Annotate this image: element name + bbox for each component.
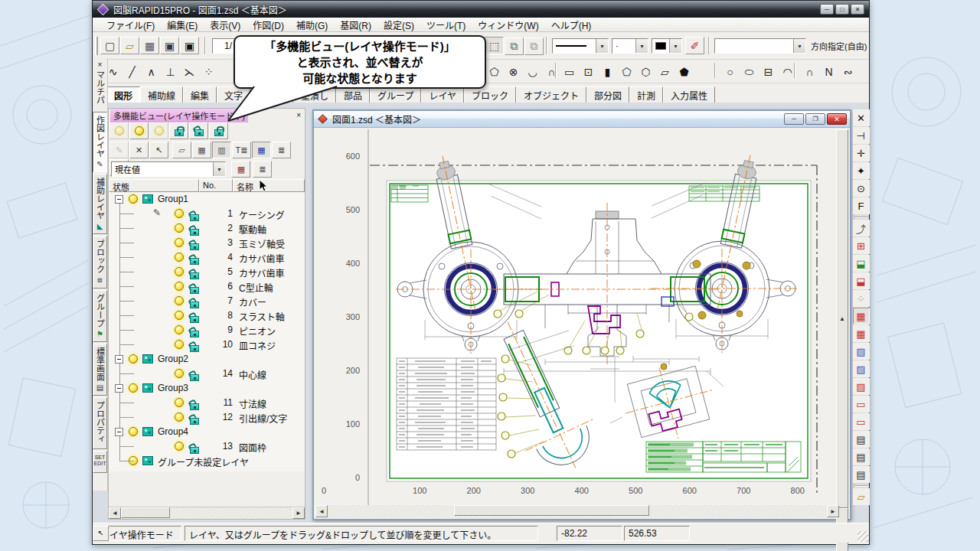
draw-tool-button[interactable]: ⬠ bbox=[485, 63, 504, 80]
layer-unlocked-icon[interactable] bbox=[190, 302, 199, 308]
tree-expander-icon[interactable] bbox=[115, 428, 123, 436]
layer-visible-bulb-icon[interactable] bbox=[175, 267, 184, 276]
draw-tool-button[interactable]: ∩ bbox=[800, 63, 819, 80]
layer-visible-bulb-icon[interactable] bbox=[175, 369, 184, 378]
layer-unlocked-icon[interactable] bbox=[190, 418, 199, 425]
layer-view-button[interactable]: T≣ bbox=[232, 142, 251, 158]
layer-view-button[interactable]: ▦ bbox=[252, 142, 271, 158]
palette-side-tab[interactable]: 作図レイヤ✎ bbox=[93, 112, 107, 172]
layer-tree-row[interactable]: ✎ 13 図面枠 bbox=[109, 439, 305, 454]
snap-tool-button[interactable]: ✛ bbox=[853, 145, 870, 161]
layer-visible-bulb-icon[interactable] bbox=[129, 427, 138, 436]
drawing-vertical-scrollbar[interactable]: ▲ ▼ bbox=[836, 129, 848, 508]
line-color-select[interactable]: ▼ bbox=[652, 38, 682, 54]
layer-visible-bulb-icon[interactable] bbox=[175, 282, 184, 291]
snap-tool-button[interactable]: ▱ bbox=[853, 488, 870, 505]
snap-tool-button[interactable]: ▨ bbox=[853, 343, 870, 360]
draw-tool-button[interactable]: ⬠ bbox=[617, 63, 636, 80]
category-tab[interactable]: 部分図 bbox=[586, 86, 629, 103]
layer-visible-bulb-icon[interactable] bbox=[175, 223, 184, 233]
layer-visible-bulb-icon[interactable] bbox=[175, 340, 184, 349]
layer-visible-bulb-icon[interactable] bbox=[129, 354, 138, 364]
layer-unlocked-icon[interactable] bbox=[190, 243, 199, 250]
scroll-right-button[interactable]: ► bbox=[292, 507, 305, 519]
snap-tool-button[interactable]: ⁘ bbox=[853, 290, 870, 307]
window-control-button[interactable]: ─ bbox=[820, 4, 834, 15]
draw-tool-button[interactable]: ⊡ bbox=[579, 63, 598, 80]
menu-item[interactable]: 作図(D) bbox=[247, 18, 290, 32]
layer-visible-bulb-icon[interactable] bbox=[175, 412, 184, 422]
layer-visible-bulb-icon[interactable] bbox=[175, 325, 184, 334]
toolbar-button[interactable]: ⧉ bbox=[524, 37, 544, 55]
scroll-right-button[interactable]: ► bbox=[827, 505, 839, 517]
layer-tree-row[interactable]: ✎ 2 駆動軸 bbox=[109, 221, 305, 236]
snap-tool-button[interactable]: ⊣ bbox=[853, 127, 870, 144]
palette-side-tab[interactable]: プロパティ bbox=[93, 397, 107, 449]
snap-tool-button[interactable]: ✦ bbox=[853, 162, 870, 179]
tree-expander-icon[interactable] bbox=[115, 195, 123, 204]
draw-tool-button[interactable]: ○ bbox=[720, 63, 740, 80]
layer-visible-bulb-icon[interactable] bbox=[175, 209, 184, 218]
toolbar-button[interactable]: ▱ bbox=[120, 37, 139, 54]
category-tab[interactable]: オブジェクト bbox=[516, 86, 586, 103]
toolbar-grip[interactable] bbox=[95, 37, 98, 55]
layer-visible-bulb-icon[interactable] bbox=[129, 456, 138, 465]
scroll-left-button[interactable]: ◄ bbox=[315, 505, 328, 517]
column-header[interactable]: 状態 bbox=[109, 179, 199, 192]
layer-tree-row[interactable]: ✎ 14 中心線 bbox=[109, 367, 305, 381]
layer-tree-row[interactable]: ✎ 7 カバー bbox=[109, 294, 305, 308]
layer-tree-row[interactable]: ✎ 12 引出線/文字 bbox=[109, 410, 305, 425]
draw-tool-button[interactable]: ⋋ bbox=[180, 63, 199, 80]
resize-grip[interactable] bbox=[858, 531, 868, 542]
layer-tree-row[interactable]: ✎ Group1 bbox=[109, 192, 305, 207]
layer-visible-bulb-icon[interactable] bbox=[175, 442, 184, 451]
layer-state-button[interactable] bbox=[189, 122, 208, 139]
draw-tool-button[interactable]: ╱ bbox=[122, 63, 142, 80]
layer-tree-row[interactable]: ✎ Group2 bbox=[109, 352, 305, 367]
draw-tool-button[interactable]: ▱ bbox=[655, 63, 675, 80]
line-style-select[interactable]: ▼ bbox=[552, 38, 609, 54]
pen-settings-button[interactable]: ✐ bbox=[685, 37, 704, 54]
draw-tool-button[interactable]: ⬟ bbox=[675, 63, 694, 80]
category-tab[interactable]: 入力属性 bbox=[663, 86, 715, 103]
palette-side-tab[interactable]: ブロック⧈ bbox=[93, 236, 107, 289]
layer-state-button[interactable] bbox=[149, 122, 168, 139]
command-select[interactable]: ▼ bbox=[714, 38, 806, 54]
toolbar-button[interactable]: ⬚ bbox=[485, 37, 504, 54]
snap-tool-button[interactable]: ⊞ bbox=[853, 237, 870, 254]
layer-unlocked-icon[interactable] bbox=[190, 214, 199, 221]
draw-tool-button[interactable]: ⁘ bbox=[199, 63, 218, 80]
menu-item[interactable]: ウィンドウ(W) bbox=[472, 18, 544, 32]
layer-view-button[interactable]: ↖ bbox=[149, 142, 168, 158]
menu-item[interactable]: 表示(V) bbox=[204, 18, 247, 32]
palette-side-tab[interactable]: 標準画面▤ bbox=[93, 344, 107, 396]
snap-tool-button[interactable]: ▨ bbox=[853, 360, 870, 377]
menu-item[interactable]: ファイル(F) bbox=[100, 18, 161, 32]
drawing-window-control[interactable]: ─ bbox=[784, 113, 804, 125]
palette-close-icon[interactable]: × bbox=[93, 60, 107, 69]
drawing-window-control[interactable]: ✕ bbox=[827, 113, 847, 125]
draw-tool-button[interactable]: ▮ bbox=[598, 63, 617, 80]
category-tab[interactable]: 補助線 bbox=[140, 86, 183, 103]
layer-tree-row[interactable]: ✎ グループ未設定レイヤ bbox=[109, 454, 305, 468]
layer-tree-row[interactable]: ✎ 8 スラスト軸 bbox=[109, 308, 305, 323]
layer-state-button[interactable] bbox=[109, 122, 129, 139]
layer-tree-row[interactable]: ✎ Group4 bbox=[109, 425, 305, 439]
draw-tool-button[interactable]: ◡ bbox=[523, 63, 542, 80]
layer-tree-row[interactable]: ✎ 6 C型止輪 bbox=[109, 279, 305, 294]
layer-unlocked-icon[interactable] bbox=[190, 272, 199, 279]
snap-tool-button[interactable]: ⬓ bbox=[853, 272, 870, 289]
snap-tool-button[interactable]: F bbox=[853, 197, 870, 214]
draw-tool-button[interactable]: ⊗ bbox=[504, 63, 523, 80]
layer-unlocked-icon[interactable] bbox=[190, 403, 199, 410]
snap-tool-button[interactable]: ▨ bbox=[853, 378, 870, 395]
layer-visible-bulb-icon[interactable] bbox=[129, 194, 138, 204]
category-tab[interactable]: ブロック bbox=[464, 86, 516, 103]
layer-unlocked-icon[interactable] bbox=[190, 316, 199, 323]
draw-tool-button[interactable]: N bbox=[819, 63, 838, 80]
menu-item[interactable]: 設定(S) bbox=[377, 18, 420, 32]
drawing-window-titlebar[interactable]: 図面1.zsd ＜基本図＞ ─❐✕ bbox=[314, 111, 850, 128]
layer-view-button[interactable]: ▥ bbox=[212, 142, 231, 158]
line-width-select[interactable]: ·▼ bbox=[612, 38, 648, 54]
layer-filter-select[interactable]: 現在値▼ bbox=[111, 161, 226, 177]
